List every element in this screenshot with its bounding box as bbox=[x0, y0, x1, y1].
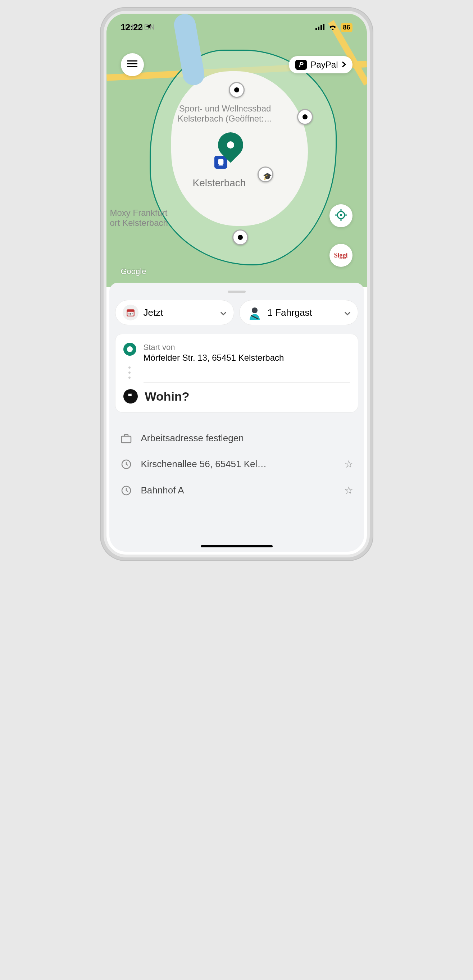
clock-icon bbox=[120, 459, 132, 470]
recent-destination[interactable]: Bahnhof A ☆ bbox=[119, 477, 355, 503]
status-time: 12:22 bbox=[121, 22, 143, 32]
svg-point-17 bbox=[132, 313, 133, 314]
suggestions-list: Arbeitsadresse festlegen Kirschenallee 5… bbox=[115, 425, 358, 503]
map-poi-label: Sport- und Wellnessbad Kelsterbach (Geöf… bbox=[161, 103, 290, 124]
svg-point-20 bbox=[252, 307, 258, 313]
flag-icon bbox=[123, 389, 138, 404]
payment-label: PayPal bbox=[311, 60, 338, 70]
svg-rect-6 bbox=[127, 66, 137, 67]
svg-rect-5 bbox=[127, 63, 137, 64]
bottom-sheet[interactable]: Jetzt 1 Fahrgast bbox=[109, 283, 364, 552]
briefcase-icon bbox=[120, 433, 132, 444]
chevron-right-icon bbox=[342, 60, 346, 70]
passenger-label: 1 Fahrgast bbox=[268, 307, 312, 318]
svg-point-16 bbox=[130, 313, 131, 314]
signal-icon bbox=[315, 22, 325, 32]
map-marker-school[interactable] bbox=[258, 167, 273, 182]
svg-rect-1 bbox=[318, 27, 319, 30]
route-connector bbox=[128, 366, 131, 379]
battery-indicator: 86 bbox=[341, 23, 352, 32]
svg-rect-21 bbox=[121, 436, 131, 443]
locate-me-button[interactable] bbox=[330, 204, 352, 227]
svg-point-8 bbox=[340, 214, 342, 216]
svg-rect-14 bbox=[127, 310, 134, 312]
destination-input[interactable]: Wohin? bbox=[123, 389, 350, 404]
location-arrow-icon bbox=[145, 22, 152, 32]
favorite-button[interactable]: ☆ bbox=[344, 458, 353, 470]
map-view[interactable]: 12:22 86 LINGE bbox=[107, 14, 367, 287]
svg-point-19 bbox=[130, 314, 131, 315]
status-bar: 12:22 86 bbox=[107, 19, 367, 35]
svg-rect-0 bbox=[315, 28, 317, 30]
menu-button[interactable] bbox=[121, 53, 144, 76]
map-marker[interactable] bbox=[233, 229, 248, 245]
recent-destination[interactable]: Kirschenallee 56, 65451 Kel… ☆ bbox=[119, 451, 355, 477]
clock-icon bbox=[120, 485, 132, 496]
svg-point-18 bbox=[128, 314, 129, 315]
svg-rect-3 bbox=[323, 24, 325, 30]
svg-rect-4 bbox=[127, 60, 137, 62]
paypal-icon: P bbox=[295, 60, 307, 70]
passenger-icon bbox=[247, 305, 263, 320]
start-location[interactable]: Start von Mörfelder Str. 13, 65451 Kelst… bbox=[123, 343, 350, 363]
wifi-icon bbox=[328, 22, 337, 32]
map-attribution: Google bbox=[121, 267, 147, 276]
start-address: Mörfelder Str. 13, 65451 Kelsterbach bbox=[143, 353, 284, 363]
svg-point-15 bbox=[128, 313, 129, 314]
sheet-grabber[interactable] bbox=[228, 291, 246, 293]
app-screen: 12:22 86 LINGE bbox=[107, 14, 367, 555]
chevron-down-icon bbox=[220, 307, 227, 318]
time-selector[interactable]: Jetzt bbox=[115, 300, 234, 325]
calendar-icon bbox=[123, 305, 139, 320]
map-marker[interactable] bbox=[229, 82, 245, 98]
payment-button[interactable]: P PayPal bbox=[289, 56, 352, 73]
map-city-label: Kelsterbach bbox=[193, 177, 246, 189]
time-label: Jetzt bbox=[143, 307, 163, 318]
chevron-down-icon bbox=[344, 307, 351, 318]
brand-label: Siggi bbox=[334, 252, 347, 259]
route-card: Start von Mörfelder Str. 13, 65451 Kelst… bbox=[115, 334, 358, 412]
map-marker[interactable] bbox=[297, 109, 313, 125]
home-indicator[interactable] bbox=[201, 545, 272, 547]
passenger-selector[interactable]: 1 Fahrgast bbox=[239, 300, 358, 325]
map-hotel-label: Moxy Frankfurt ort Kelsterbach bbox=[110, 208, 168, 228]
suggestion-label: Bahnhof A bbox=[141, 485, 184, 496]
start-heading: Start von bbox=[143, 343, 284, 352]
brand-button[interactable]: Siggi bbox=[330, 244, 352, 267]
divider bbox=[143, 382, 350, 383]
start-dot-icon bbox=[123, 343, 136, 356]
crosshair-icon bbox=[335, 209, 347, 223]
suggestion-label: Arbeitsadresse festlegen bbox=[141, 433, 244, 444]
destination-prompt: Wohin? bbox=[145, 390, 190, 404]
suggestion-label: Kirschenallee 56, 65451 Kel… bbox=[141, 458, 267, 470]
hamburger-icon bbox=[127, 60, 137, 69]
favorite-button[interactable]: ☆ bbox=[344, 484, 353, 496]
svg-rect-2 bbox=[320, 25, 322, 30]
set-work-address[interactable]: Arbeitsadresse festlegen bbox=[119, 425, 355, 451]
